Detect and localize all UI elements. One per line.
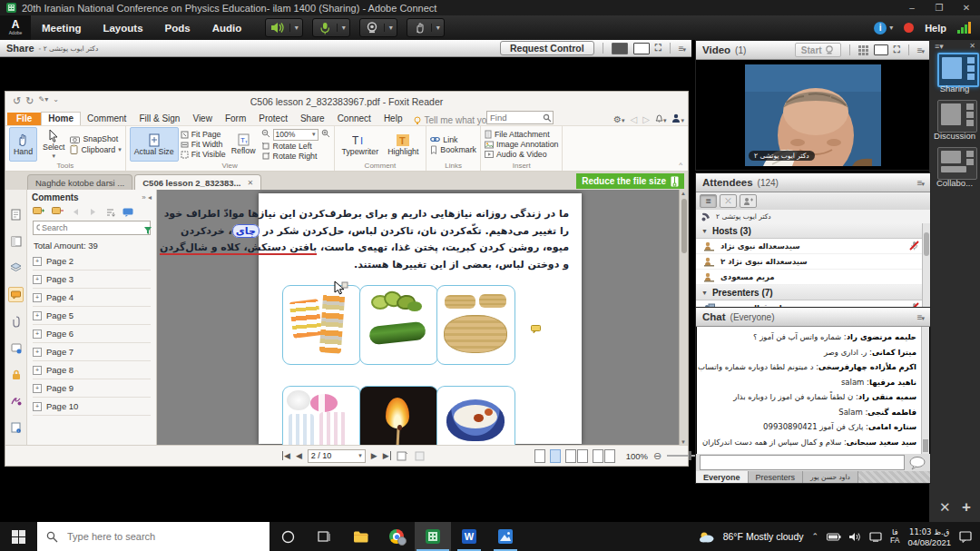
page-thumbnails-icon[interactable] [9, 208, 23, 221]
connection-info-button[interactable]: i ▾ [874, 22, 893, 34]
zoom-percentage[interactable]: 100% [626, 451, 648, 461]
language-indicator[interactable]: فاFA [890, 528, 899, 545]
bookmarks-panel-icon[interactable] [9, 234, 23, 248]
facing-view-icon[interactable] [565, 449, 588, 463]
webcam-button[interactable]: ▾ [359, 18, 397, 37]
continuous-view-icon[interactable] [550, 449, 561, 463]
expand-icon[interactable]: + [33, 366, 42, 375]
chat-close-icon[interactable]: ✕ [939, 499, 951, 516]
layout-strip-menu-icon[interactable]: ≡▾ [935, 42, 944, 51]
file-info-icon[interactable]: i [9, 420, 23, 434]
scroll-up-icon[interactable]: ▲ [681, 191, 686, 196]
filmstrip-view-icon[interactable] [874, 44, 888, 55]
comments-search-input[interactable] [40, 222, 150, 233]
raise-hand-dropdown-icon[interactable]: ▾ [431, 24, 444, 32]
account-user-icon[interactable]: ▾ [671, 113, 684, 124]
raise-hand-button[interactable]: ▾ [407, 18, 445, 37]
taskbar-clock[interactable]: 11:03 ق.ظ04/08/2021 [907, 526, 951, 547]
comments-page-row[interactable]: +Page 5 [33, 307, 151, 325]
chat-scrollbar[interactable] [921, 327, 929, 454]
reflow-button[interactable]: Tт Reflow [228, 127, 260, 162]
video-pod-menu-icon[interactable]: ≡▾ [917, 45, 924, 55]
stamps-panel-icon[interactable] [9, 341, 23, 355]
tab-fill-sign[interactable]: Fill & Sign [132, 113, 186, 125]
settings-gear-icon[interactable]: ⚙▾ [613, 114, 624, 124]
chat-tab-everyone[interactable]: Everyone [696, 471, 749, 483]
speaker-button[interactable]: ▾ [265, 18, 303, 37]
attendee-group-header[interactable]: ▼Hosts (3) [696, 223, 923, 239]
signature-panel-icon[interactable] [9, 394, 23, 408]
snapshot-button[interactable]: SnapShot [70, 134, 121, 143]
comment-marker-icon[interactable] [531, 325, 541, 333]
grid-view-icon[interactable] [858, 45, 868, 55]
attendees-pod-menu-icon[interactable]: ≡▾ [917, 178, 924, 188]
share-fullscreen-icon[interactable]: ⛶ [655, 43, 662, 54]
expand-icon[interactable]: + [33, 293, 42, 302]
attendee-status-view-icon[interactable] [740, 194, 757, 208]
taskbar-search-box[interactable] [37, 522, 270, 551]
doc-tab-inactive[interactable]: Naghde kotobe darsi ... [27, 174, 132, 191]
comments-page-row[interactable]: +Page 3 [33, 271, 151, 289]
send-message-icon[interactable] [908, 456, 926, 470]
zoom-out-icon[interactable] [261, 129, 270, 140]
share-pod-menu-icon[interactable]: ≡▾ [679, 44, 685, 54]
tab-share[interactable]: Share [294, 113, 331, 125]
weather-text[interactable]: 86°F Mostly cloudy [723, 531, 804, 542]
tab-home[interactable]: Home [41, 112, 81, 125]
last-page-icon[interactable]: ▶ [383, 451, 391, 460]
chat-tab-presenters[interactable]: Presenters [749, 471, 804, 483]
attendee-row[interactable]: سیدسعداله نبوی نژاد ۲ [696, 254, 923, 270]
filter-icon[interactable] [143, 226, 152, 237]
expand-icon[interactable]: + [33, 330, 42, 339]
tab-protect[interactable]: Protect [252, 113, 294, 125]
presenter-view-icon[interactable] [633, 43, 650, 54]
zoom-slider-thumb[interactable] [689, 451, 691, 460]
comments-page-row[interactable]: +Page 2 [33, 252, 151, 271]
doc-tab-active[interactable]: C506 lesson 2_832383...✕ [134, 174, 261, 191]
panel-collapse-icon[interactable]: » ◂ [142, 193, 152, 202]
task-view-icon[interactable] [306, 522, 342, 551]
tab-form[interactable]: Form [219, 113, 252, 125]
tab-view[interactable]: View [186, 113, 219, 125]
chat-pod-menu-icon[interactable]: ≡▾ [917, 312, 924, 322]
attendee-row[interactable]: مریم مسعودی [696, 270, 923, 285]
chat-tab-private[interactable]: داود حسن پور [803, 471, 858, 483]
menu-audio[interactable]: Audio [201, 23, 253, 34]
start-webcam-button[interactable]: Start [795, 43, 841, 57]
security-lock-icon[interactable] [9, 368, 23, 381]
fit-visible-button[interactable]: Fit Visible [181, 150, 226, 159]
rotate-right-button[interactable]: Rotate Right [261, 152, 330, 161]
layout-collaboration-label[interactable]: Collabo... [929, 178, 980, 188]
next-page-icon[interactable]: ▶ [371, 451, 377, 460]
expand-comments-icon[interactable] [33, 207, 44, 217]
rotate-left-button[interactable]: Rotate Left [261, 142, 330, 151]
speaker-dropdown-icon[interactable]: ▾ [289, 24, 302, 32]
actual-size-button[interactable]: Actual Size [130, 127, 179, 162]
tab-comment[interactable]: Comment [81, 113, 132, 125]
menu-meeting[interactable]: Meeting [31, 23, 92, 34]
hand-tool-button[interactable]: Hand [9, 127, 37, 162]
expand-icon[interactable]: + [33, 275, 42, 284]
menu-pods[interactable]: Pods [154, 23, 201, 34]
share-view-icon[interactable] [612, 43, 628, 54]
breakout-view-icon[interactable]: ⤫ [720, 194, 737, 208]
layout-strip-close-icon[interactable]: ✕ [969, 42, 975, 50]
document-scrollbar[interactable]: ▲ ▼ [679, 190, 688, 446]
request-control-button[interactable]: Request Control [500, 41, 594, 55]
layout-sharing-thumbnail[interactable] [937, 53, 979, 87]
microphone-button[interactable]: ▾ [312, 18, 350, 37]
zoom-out-icon[interactable]: ⊖ [653, 450, 662, 462]
video-fullscreen-icon[interactable]: ⛶ [894, 44, 900, 55]
layout-sharing-label[interactable]: Sharing [929, 84, 980, 93]
first-page-icon[interactable]: ◀ [282, 451, 290, 460]
audio-video-button[interactable]: Audio & Video [485, 150, 558, 159]
attendee-row[interactable]: سیدسعداله نبوی نژاد [696, 239, 923, 254]
document-canvas[interactable]: ما در زندگی روزانه نیازهایی داریم و برای… [157, 190, 688, 446]
menu-help[interactable]: Help [925, 23, 946, 34]
file-explorer-icon[interactable] [342, 522, 378, 551]
expand-icon[interactable]: + [33, 348, 42, 357]
attendee-list-view-icon[interactable]: ≣ [700, 194, 717, 208]
minimize-icon[interactable]: – [898, 0, 926, 15]
attachments-panel-icon[interactable] [9, 315, 23, 329]
comments-search-box[interactable] [33, 221, 151, 235]
